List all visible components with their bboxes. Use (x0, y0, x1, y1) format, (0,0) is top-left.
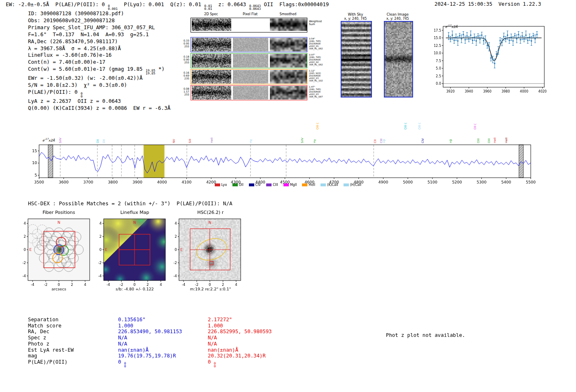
row-meta-labels: 0.97"(240, 745)20190608v022_02306_RL_082 (309, 53, 323, 66)
row-meta-labels: 1.12"(243, 922)20190608v022_03306_RL_102 (309, 70, 323, 82)
match-table-row: Est LyA rest-EWnan(±nan)Ånan(±nan)Å (28, 347, 272, 353)
match-row-label: RA, Dec (28, 329, 118, 335)
weighted-sum-row (190, 18, 307, 32)
match-col2-value: 0 00 (208, 359, 216, 365)
text-segment: Primary Spec_Slot_IFU_AMP: 306_037_057_R… (28, 24, 155, 30)
spectral-line-label: OIII ( (418, 123, 421, 130)
lineflux-map-title: Lineflux Map (104, 210, 166, 215)
elixer-report-page: EW: -2.0±-0.5Å P(LAE)/P(OII): 0 00.001 P… (0, 0, 576, 392)
legend-item: HeII (302, 183, 315, 187)
match-table-row: P(LAE)/P(OII)0 000 00 (28, 359, 272, 368)
match-col1-value: 0 00 (118, 359, 208, 368)
legend-swatch (302, 183, 307, 186)
match-col1-value: 0.135616" (118, 317, 208, 323)
col-title-smoothed: Smoothed (269, 12, 307, 16)
row-scale-labels: 0.330.95255 (176, 39, 189, 48)
text-segment: nan(±nan)Å (118, 347, 149, 353)
match-col1-value: 19.76(19.75,19.78)R (118, 353, 208, 359)
match-table-row: Spec zN/AN/A (28, 335, 272, 341)
match-table-row: RA, Dec226.853490, 50.981153226.852995, … (28, 329, 272, 335)
stacked-value: 00 (124, 362, 126, 368)
text-segment: 0.135616" (118, 317, 146, 322)
stacked-value: 0.010.01 (204, 5, 212, 10)
match-table-row: Photo zN/AN/A (28, 341, 272, 347)
text-segment: 1.000 (208, 323, 223, 329)
match-table-row: mag19.76(19.75,19.78)R20.32(20.31,20.34)… (28, 353, 272, 359)
text-segment: LineFlux = -3.60(±0.76)e-16 (28, 52, 111, 58)
match-col1-value: nan(±nan)Å (118, 347, 208, 353)
legend-label: CIII (273, 183, 278, 187)
clean-image-title: Clean Image (383, 12, 412, 16)
smoothed-strip (270, 38, 307, 51)
match-col1-value: N/A (118, 341, 208, 347)
catalog-match-table: Separation0.135616"2.17272"Match score1.… (28, 317, 272, 368)
spec2d-row (190, 53, 307, 68)
info-line: RA,Dec (226.853470,50.981117) (28, 38, 170, 45)
text-segment: EWr = -1.50(±0.32) (w: -2.00(±0.42))Å (28, 75, 142, 81)
match-col2-value: 226.852995, 50.980593 (208, 329, 272, 334)
match-row-label: Spec z (28, 335, 118, 341)
stacked-value: 00 (81, 93, 83, 98)
col-title-pixelflat: Pixel Flat (232, 12, 268, 16)
text-segment: 0 (208, 359, 214, 365)
match-table-row: Separation0.135616"2.17272" (28, 317, 272, 323)
info-line: EWr = -1.50(±0.32) (w: -2.00(±0.42))Å (28, 75, 170, 82)
info-line: LyA z = 2.2637 OII z = 0.0643 (28, 98, 170, 105)
text-segment: P(Lyα): 0.001 Q(z): 0.01 (118, 1, 204, 7)
text-segment: N/A (208, 341, 217, 347)
full-spectrum-plot (23, 139, 537, 188)
info-line: LineFlux = -3.60(±0.76)e-16 (28, 52, 170, 59)
with-sky-coords: x, y: 240, 745 (340, 17, 371, 21)
legend-label: (K)CaII (327, 183, 338, 187)
text-segment: Cont(n) = 7.40(±0.00)e-17 (28, 59, 105, 65)
text-segment: ID: 3090087128 (3090087128.pdf) (28, 10, 124, 16)
text-segment: Obs: 20190608v022_3090087128 (28, 17, 115, 23)
match-table-row: Match score1.0001.000 (28, 323, 272, 329)
hsc-image-xlabel: m:19.2 re:2.2" s:0.1" (179, 287, 242, 291)
fiber-positions-plot (16, 216, 94, 289)
legend-label: OII (239, 183, 244, 187)
row-scale-labels: 0.180.90255 (176, 55, 189, 64)
legend-label: HeII (309, 183, 315, 187)
text-segment: 0 (118, 359, 124, 365)
info-line: Q(0.00) (K)CaII(3934) z = 0.0086 EW r = … (28, 105, 170, 112)
lineflux-map-xlabel: s/b: -4.80 +/- 0.122 (104, 287, 166, 291)
legend-swatch (249, 183, 254, 186)
match-col1-value: 226.853490, 50.981153 (118, 329, 208, 335)
with-sky-panel (341, 21, 372, 97)
spec2d-row (190, 85, 307, 100)
pixelflat-strip (233, 70, 268, 84)
spec2d-row (190, 69, 307, 84)
legend-item: Lyα (215, 183, 227, 187)
legend-item: (K)CaII (321, 183, 338, 187)
hsc-image-title: HSC(26.2) r (179, 210, 242, 215)
info-line: Obs: 20190608v022_3090087128 (28, 17, 170, 24)
smoothed-strip (270, 70, 307, 84)
row-meta-labels: 1.47"(240, 745)20190608v022_03306_RL_087 (309, 86, 323, 98)
text-segment: F=1.6" T=0.137 N=1.04 A=0.93 g=25.1 (28, 31, 149, 37)
text-segment: EW: -2.0±-0.5Å P(LAE)/P(OII): 0 (6, 1, 108, 7)
legend-swatch (283, 183, 289, 186)
spectrum-legend: LyαOIICIVCIIIMgIIHeII(K)CaII(H)CaII (173, 183, 403, 187)
header-summary-line: EW: -2.0±-0.5Å P(LAE)/P(OII): 0 00.001 P… (6, 1, 329, 10)
match-col2-value: 20.32(20.31,20.34)R (208, 353, 266, 359)
match-row-label: mag (28, 353, 118, 359)
text-segment: λ = 3967.58Å σ = 4.25(±0.88)Å (28, 45, 121, 51)
match-col1-value: 1.000 (118, 323, 208, 329)
legend-swatch (266, 183, 272, 186)
match-row-label: Est LyA rest-EW (28, 347, 118, 353)
spec2d-strip (192, 38, 231, 51)
clean-image-coords: x, y: 240, 745 (383, 17, 412, 21)
text-segment: S/N = 10.8(±2.3) χ² = 0.3(±0.0) (28, 82, 127, 88)
text-segment: z: 0.0643 (212, 1, 249, 7)
hsc-image-plot (167, 216, 245, 289)
info-line: Cont(w) = 5.60(±0.01)e-17 (gmag 19.85 19… (28, 66, 170, 75)
spectral-line-label: OIII ( (404, 123, 407, 130)
match-row-label: Match score (28, 323, 118, 329)
stacked-value: 19.8519.85 (146, 70, 155, 75)
legend-label: Lyα (221, 183, 227, 187)
legend-item: OII (232, 183, 244, 187)
detection-info-block: ID: 3090087128 (3090087128.pdf)Obs: 2019… (28, 10, 170, 112)
text-segment: N/A (118, 335, 127, 341)
text-segment: *) (155, 66, 165, 72)
